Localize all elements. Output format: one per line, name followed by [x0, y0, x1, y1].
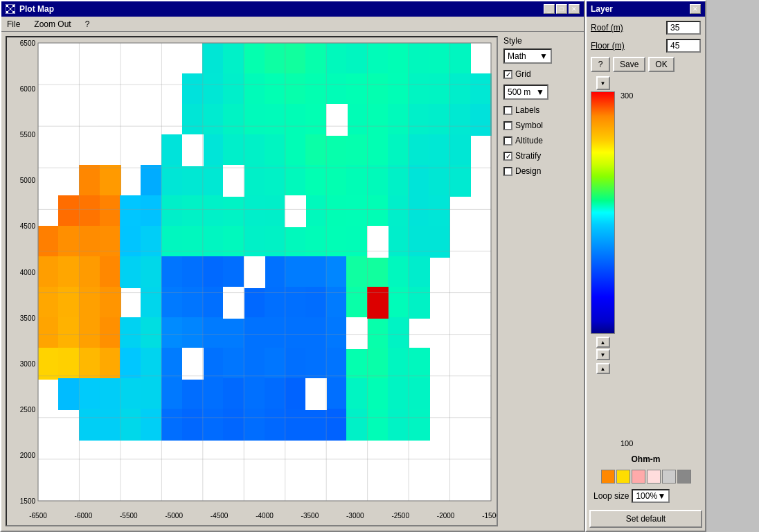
roof-label: Roof (m) [591, 23, 623, 33]
symbol-checkbox[interactable] [503, 121, 512, 130]
window-controls: _ □ ✕ [544, 4, 580, 14]
loop-size-label: Loop size [593, 491, 629, 501]
scale-down-button[interactable]: ▼ [596, 349, 610, 360]
ohm-unit-label: Ohm-m [591, 454, 701, 464]
swatch-orange[interactable] [601, 470, 615, 484]
close-button[interactable]: ✕ [569, 4, 580, 14]
style-section: Style Math ▼ [503, 36, 580, 64]
roof-row: Roof (m) [591, 21, 701, 35]
swatch-yellow[interactable] [616, 470, 630, 484]
plot-map-window: Plot Map _ □ ✕ File Zoom Out ? Style Mat… [0, 0, 585, 532]
stratify-checkbox-row[interactable]: Stratify [503, 151, 580, 161]
stratify-checkbox[interactable] [503, 152, 512, 161]
swatch-pink[interactable] [632, 470, 645, 484]
ok-button[interactable]: OK [648, 57, 674, 72]
scale-bottom-arrow[interactable]: ▲ [596, 363, 610, 374]
map-canvas[interactable] [7, 37, 497, 525]
style-value[interactable]: Math ▼ [503, 48, 552, 64]
grid-checkbox[interactable] [503, 70, 512, 79]
style-label: Style [503, 36, 580, 46]
svg-rect-3 [6, 5, 8, 7]
layer-titlebar: Layer ✕ [587, 1, 705, 17]
size-arrow-icon: ▼ [536, 87, 544, 97]
swatch-darkgray[interactable] [677, 470, 691, 484]
layer-title: Layer [591, 4, 613, 14]
help-menu[interactable]: ? [82, 19, 93, 30]
design-checkbox-row[interactable]: Design [503, 166, 580, 176]
minimize-button[interactable]: _ [544, 4, 555, 14]
design-checkbox[interactable] [503, 167, 512, 176]
controls-panel: Style Math ▼ Grid 500 m ▼ [503, 36, 580, 526]
scale-labels: 300 100 [620, 76, 633, 447]
titlebar-left: Plot Map [6, 4, 54, 14]
scale-arrows: ▲ ▼ [596, 337, 610, 360]
set-default-button[interactable]: Set default [589, 510, 702, 528]
grid-label: Grid [515, 69, 531, 79]
labels-label: Labels [515, 105, 539, 115]
layer-panel: Layer ✕ Roof (m) Floor (m) ? Save OK ▼ [585, 0, 706, 532]
design-label: Design [515, 166, 541, 176]
symbol-label: Symbol [515, 121, 543, 130]
plot-area[interactable] [6, 36, 498, 526]
color-scale-container: ▼ ▲ ▼ ▲ 300 100 [591, 76, 701, 447]
svg-rect-6 [12, 11, 15, 13]
loop-size-row: Loop size 100% ▼ [591, 489, 701, 503]
loop-size-arrow-icon: ▼ [657, 491, 666, 501]
size-dropdown[interactable]: 500 m ▼ [503, 85, 580, 100]
swatch-lightpink[interactable] [647, 470, 661, 484]
plot-map-title: Plot Map [19, 4, 54, 14]
loop-size-dropdown[interactable]: 100% ▼ [632, 489, 670, 503]
menu-bar: File Zoom Out ? [1, 17, 584, 32]
plot-map-titlebar: Plot Map _ □ ✕ [1, 1, 584, 17]
altitude-checkbox[interactable] [503, 136, 512, 145]
altitude-checkbox-row[interactable]: Altitude [503, 136, 580, 145]
svg-rect-5 [6, 11, 8, 13]
layer-close-button[interactable]: ✕ [690, 4, 701, 14]
ohm-label: ▲ [596, 363, 610, 374]
symbol-checkbox-row[interactable]: Symbol [503, 121, 580, 130]
main-content: Style Math ▼ Grid 500 m ▼ [1, 32, 584, 531]
help-button[interactable]: ? [591, 57, 610, 72]
labels-checkbox[interactable] [503, 106, 512, 115]
altitude-label: Altitude [515, 136, 543, 145]
labels-checkbox-row[interactable]: Labels [503, 105, 580, 115]
stratify-label: Stratify [515, 151, 541, 161]
grid-checkbox-row[interactable]: Grid [503, 69, 580, 79]
save-button[interactable]: Save [613, 57, 645, 72]
file-menu[interactable]: File [4, 19, 23, 30]
floor-row: Floor (m) [591, 39, 701, 53]
layer-buttons-row: ? Save OK [591, 57, 701, 72]
dropdown-arrow-icon: ▼ [539, 51, 548, 61]
swatch-lightgray[interactable] [662, 470, 676, 484]
app-icon [6, 4, 15, 14]
color-bar-wrapper: ▼ ▲ ▼ ▲ [591, 76, 615, 447]
floor-label: Floor (m) [591, 41, 625, 51]
size-value[interactable]: 500 m ▼ [503, 85, 548, 100]
zoom-out-menu[interactable]: Zoom Out [31, 19, 73, 30]
roof-input[interactable] [666, 21, 701, 35]
svg-rect-4 [12, 5, 15, 7]
maximize-button[interactable]: □ [556, 4, 567, 14]
layer-content: Roof (m) Floor (m) ? Save OK ▼ ▲ ▼ [587, 17, 705, 507]
color-bar [591, 91, 615, 334]
scale-up-button[interactable]: ▲ [596, 337, 610, 348]
scale-dropdown-button[interactable]: ▼ [596, 76, 610, 90]
scale-label-300: 300 [620, 91, 633, 100]
style-dropdown[interactable]: Math ▼ [503, 48, 580, 64]
scale-label-100: 100 [620, 439, 633, 447]
color-swatches [591, 468, 701, 485]
floor-input[interactable] [666, 39, 701, 53]
